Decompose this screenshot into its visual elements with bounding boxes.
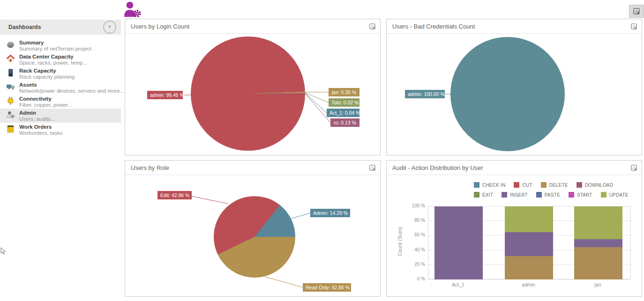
panel-users-bad-credentials: Users - Bad Credentials Count admin: 100… [386, 19, 642, 155]
panel-title: Audit - Action Distribution by User [392, 164, 629, 171]
pie-label-jan: jan: 0.35 % [329, 88, 359, 96]
legend-swatch [601, 192, 607, 198]
legend-item-insert[interactable]: INSERT [502, 192, 528, 198]
bar-plot-area [428, 206, 631, 279]
legend-swatch [474, 192, 479, 198]
y-tick: 60 % [405, 232, 425, 237]
pie-label-admin: admin: 99.45 % [147, 91, 183, 99]
panel-title: Users by Role [131, 164, 368, 171]
sidebar-item-work-orders[interactable]: Work Orders Workorders, tasks [0, 123, 121, 137]
legend-label: CHECK IN [482, 183, 505, 188]
bar-segment-update[interactable] [505, 206, 553, 232]
panel-users-by-login-count: Users by Login Count admin: 99.45 % jan:… [125, 19, 381, 155]
bar-segment-insert[interactable] [505, 232, 553, 256]
export-chart-button[interactable] [629, 163, 638, 172]
legend-label: PASTE [545, 192, 560, 198]
legend-item-download[interactable]: DOWNLOAD [577, 182, 614, 188]
legend-item-exit[interactable]: EXIT [474, 192, 493, 198]
bar-segment-update[interactable] [574, 206, 622, 239]
export-chart-button[interactable] [368, 163, 376, 172]
sidebar-item-data-center-capacity[interactable]: Data Center Capacity Space, racks, power… [0, 52, 121, 66]
export-image-icon [369, 23, 376, 30]
legend-item-start[interactable]: START [569, 192, 592, 198]
legend-swatch [541, 182, 547, 188]
legend-item-paste[interactable]: PASTE [536, 192, 560, 198]
bar-segment-insert[interactable] [434, 206, 483, 279]
sidebar-item-text: Assets Network/power devices, servers an… [19, 82, 124, 94]
legend-item-cut[interactable]: CUT [514, 182, 532, 188]
connectivity-icon [6, 96, 15, 105]
sidebar-item-text: Connectivity Fiber, copper, power... [19, 96, 72, 108]
legend-label: START [577, 192, 592, 198]
x-tick-admin: admin [504, 282, 553, 287]
export-image-icon [630, 23, 637, 30]
legend-label: DOWNLOAD [585, 183, 614, 188]
user-gear-icon [123, 1, 142, 17]
legend-swatch [569, 192, 574, 198]
sidebar-item-title: Work Orders [19, 124, 62, 130]
legend-swatch [577, 182, 582, 188]
legend-swatch [502, 192, 507, 198]
export-image-icon [633, 7, 640, 15]
arrow-up-icon [106, 24, 113, 30]
stacked-bar-admin[interactable] [505, 206, 553, 279]
stacked-bar-jan[interactable] [574, 206, 622, 279]
bar-segment-insert[interactable] [574, 239, 622, 247]
pie-label-act1: Act_1: 0.04 % [327, 109, 359, 117]
legend-label: CUT [522, 183, 532, 188]
export-page-button[interactable] [629, 5, 644, 18]
assets-icon [6, 82, 15, 91]
y-tick: 40 % [405, 247, 425, 252]
y-axis-label: Count (Sum) [397, 223, 403, 260]
legend-item-delete[interactable]: DELETE [541, 182, 568, 188]
summary-icon [6, 40, 15, 49]
sidebar-item-summary[interactable]: Summary Summary of netTerrain project [0, 38, 121, 52]
pie-users-by-login-count[interactable] [191, 37, 305, 151]
sidebar-item-subtitle: Users, audits... [19, 116, 55, 122]
sidebar-item-admin[interactable]: Admin Users, audits... [0, 109, 121, 123]
bar-segment-delete[interactable] [505, 256, 553, 279]
export-image-icon [630, 164, 637, 171]
sidebar-item-subtitle: Network/power devices, servers and more.… [19, 88, 124, 94]
legend-label: DELETE [549, 183, 568, 188]
legend-item-check-in[interactable]: CHECK IN [474, 182, 505, 188]
pie-bad-credentials[interactable] [450, 37, 565, 151]
pie-label-edit: Edit: 42.86 % [157, 191, 192, 199]
sidebar-item-title: Summary [19, 40, 91, 46]
legend-swatch [536, 192, 542, 198]
sidebar-item-connectivity[interactable]: Connectivity Fiber, copper, power... [0, 95, 121, 109]
y-tick: 100 % [405, 203, 425, 208]
pie-label-ro: ro: 0.13 % [330, 118, 359, 127]
panel-title: Users by Login Count [131, 23, 368, 30]
pie-label-toto: Toto: 0.02 % [329, 98, 359, 107]
sidebar-item-subtitle: Fiber, copper, power... [19, 102, 72, 108]
panel-header: Users by Login Count [125, 19, 380, 34]
sidebar-item-text: Work Orders Workorders, tasks [19, 124, 62, 136]
sidebar-item-subtitle: Rack capacity planning [19, 74, 75, 80]
sidebar-item-assets[interactable]: Assets Network/power devices, servers an… [0, 81, 121, 95]
sidebar-item-title: Admin [19, 110, 55, 116]
data-center-icon [6, 54, 15, 63]
panel-title: Users - Bad Credentials Count [392, 23, 629, 30]
pie-label-read-only: Read Only: 42.86 % [303, 283, 351, 292]
pie-label-admin: Admin: 14.29 % [310, 209, 350, 217]
sidebar-item-title: Assets [19, 82, 124, 88]
legend-item-update[interactable]: UPDATE [601, 192, 629, 198]
panel-header: Audit - Action Distribution by User [387, 161, 642, 175]
export-chart-button[interactable] [368, 22, 376, 30]
sidebar-item-title: Connectivity [19, 96, 72, 102]
sidebar-collapse-button[interactable] [103, 21, 116, 34]
sidebar-item-text: Summary Summary of netTerrain project [19, 40, 91, 51]
sidebar-item-subtitle: Summary of netTerrain project [19, 46, 91, 51]
sidebar-item-subtitle: Workorders, tasks [19, 130, 62, 136]
export-chart-button[interactable] [629, 22, 638, 30]
sidebar-item-rack-capacity[interactable]: Rack Capacity Rack capacity planning [0, 66, 121, 81]
pie-users-by-role[interactable] [214, 196, 295, 278]
mouse-cursor [0, 247, 7, 256]
bar-segment-delete[interactable] [574, 247, 622, 279]
panel-header: Users by Role [125, 161, 380, 175]
legend-label: EXIT [482, 192, 493, 198]
panel-users-by-role: Users by Role Edit: 42.86 % Admin: 14.29… [125, 160, 381, 297]
stacked-bar-act1[interactable] [434, 206, 483, 279]
sidebar-item-title: Data Center Capacity [19, 54, 87, 60]
